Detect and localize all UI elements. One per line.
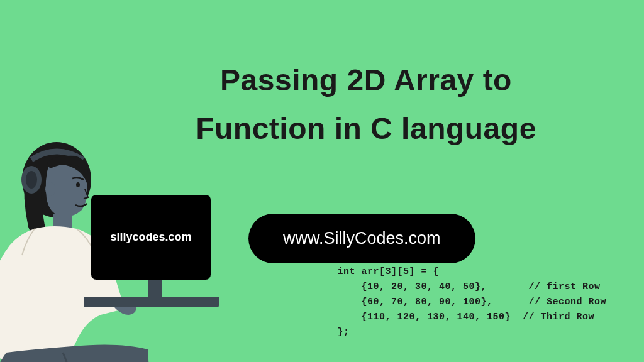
title-line-2: Function in C language — [196, 112, 536, 145]
code-line-1: int arr[3][5] = { — [337, 266, 439, 277]
svg-point-2 — [26, 171, 37, 189]
code-line-2: {10, 20, 30, 40, 50}, // first Row — [337, 282, 600, 292]
url-pill: www.SillyCodes.com — [248, 214, 475, 263]
monitor-illustration: sillycodes.com — [91, 195, 219, 307]
monitor-screen: sillycodes.com — [91, 195, 211, 280]
code-line-5: }; — [337, 327, 349, 337]
monitor-text: sillycodes.com — [110, 231, 191, 244]
svg-point-4 — [76, 182, 80, 187]
main-title: Passing 2D Array to Function in C langua… — [126, 57, 606, 153]
code-line-4: {110, 120, 130, 140, 150} // Third Row — [337, 312, 594, 322]
svg-point-3 — [45, 182, 55, 196]
url-text: www.SillyCodes.com — [283, 229, 441, 248]
title-line-1: Passing 2D Array to — [220, 63, 512, 97]
code-snippet: int arr[3][5] = { {10, 20, 30, 40, 50}, … — [337, 265, 606, 340]
monitor-neck — [148, 280, 162, 297]
monitor-base — [84, 297, 219, 307]
code-line-3: {60, 70, 80, 90, 100}, // Second Row — [337, 297, 606, 307]
